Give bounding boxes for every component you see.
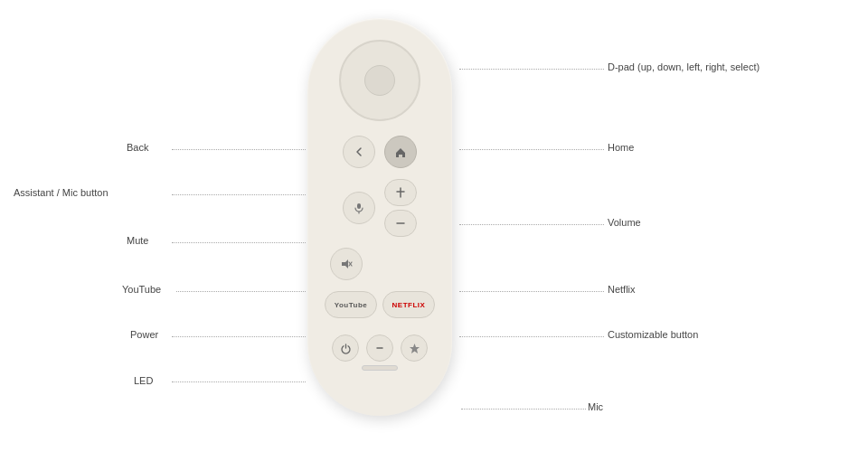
customizable-button[interactable] [401, 334, 428, 362]
youtube-dot-line [176, 291, 306, 292]
back-label: Back [127, 142, 148, 153]
dpad-center [364, 65, 395, 96]
led-dot-line [172, 381, 306, 382]
volume-down-button[interactable] [384, 210, 417, 237]
power-label: Power [130, 329, 158, 340]
remote-body: YouTube NETFLIX [307, 18, 452, 416]
back-button[interactable] [343, 136, 375, 168]
home-label: Home [608, 142, 634, 153]
home-dot-line [459, 149, 604, 150]
assistant-mic-label: Assistant / Mic button [14, 187, 108, 198]
dpad-label: D-pad (up, down, left, right, select) [608, 61, 760, 72]
dpad-dot-line [459, 69, 604, 70]
assistant-mic-button[interactable] [343, 192, 375, 224]
power-button[interactable] [332, 334, 359, 362]
volume-group [384, 179, 417, 237]
youtube-button[interactable]: YouTube [325, 291, 377, 318]
minus-button[interactable] [366, 334, 393, 362]
volume-label: Volume [608, 217, 641, 228]
back-dot-line [172, 149, 306, 150]
mute-dot-line [172, 242, 306, 243]
dpad-button[interactable] [339, 40, 420, 121]
led-label: LED [134, 375, 153, 386]
remote: YouTube NETFLIX [307, 18, 452, 434]
svg-rect-0 [357, 203, 361, 209]
customizable-label: Customizable button [608, 329, 698, 340]
power-row [326, 334, 434, 362]
led-indicator [362, 365, 398, 371]
streaming-row: YouTube NETFLIX [323, 291, 437, 318]
youtube-label: YouTube [122, 284, 161, 295]
mute-label: Mute [127, 235, 148, 246]
assistant-volume-row [326, 179, 434, 237]
netflix-dot-line [459, 291, 604, 292]
back-home-row [326, 136, 434, 168]
mute-button[interactable] [330, 248, 363, 280]
svg-marker-5 [410, 344, 420, 353]
customizable-dot-line [459, 336, 604, 337]
mic-label: Mic [588, 401, 603, 412]
volume-dot-line [459, 224, 604, 225]
power-dot-line [172, 336, 306, 337]
mute-row [326, 248, 434, 280]
netflix-button[interactable]: NETFLIX [382, 291, 435, 318]
netflix-label: Netflix [608, 284, 636, 295]
assistant-dot-line [172, 194, 306, 195]
volume-up-button[interactable] [384, 179, 417, 206]
mic-dot-line [461, 409, 586, 410]
home-button[interactable] [384, 136, 417, 168]
